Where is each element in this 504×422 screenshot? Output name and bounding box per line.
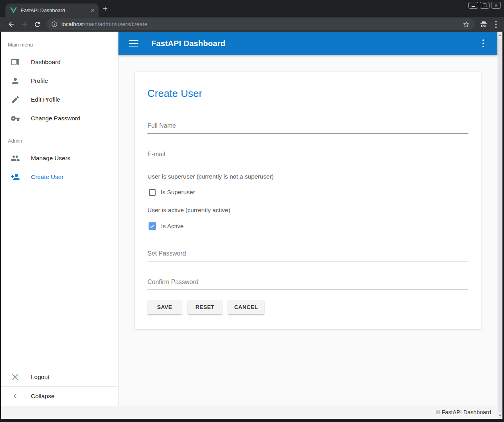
sidebar-item-collapse[interactable]: Collapse: [1, 387, 118, 406]
address-bar[interactable]: localhost/main/admin/users/create: [47, 18, 475, 30]
new-tab-button[interactable]: +: [103, 4, 108, 13]
checkbox-label: Is Active: [161, 223, 184, 230]
sidebar: Main menu Dashboard Profile: [1, 32, 118, 406]
superuser-status-text: User is superuser (currently is not a su…: [147, 173, 468, 180]
back-button[interactable]: [5, 20, 17, 28]
is-superuser-checkbox-row[interactable]: Is Superuser: [147, 189, 468, 196]
browser-tab[interactable]: FastAPI Dashboard ×: [5, 4, 99, 17]
sidebar-item-label: Edit Profile: [31, 96, 60, 103]
reset-button[interactable]: RESET: [188, 300, 222, 314]
sidebar-item-label: Logout: [31, 374, 49, 381]
sidebar-item-manage-users[interactable]: Manage Users: [1, 149, 118, 168]
browser-window: FastAPI Dashboard × + ×: [0, 0, 504, 422]
save-button[interactable]: SAVE: [147, 300, 182, 314]
sidebar-item-label: Collapse: [31, 393, 54, 400]
scrollbar-up-arrow[interactable]: [499, 34, 502, 36]
window-minimize-button[interactable]: [468, 2, 478, 9]
sidebar-item-logout[interactable]: Logout: [1, 368, 118, 386]
tab-title: FastAPI Dashboard: [21, 7, 91, 13]
sidebar-item-dashboard[interactable]: Dashboard: [1, 53, 118, 72]
url-host: localhost: [61, 21, 84, 27]
sidebar-section-main-menu: Main menu: [1, 32, 118, 48]
app-menu-kebab-icon[interactable]: [482, 39, 484, 48]
sidebar-nav-admin: Manage Users Create User: [1, 149, 118, 186]
checkbox-label: Is Superuser: [161, 189, 195, 196]
chevron-left-icon: [11, 392, 20, 401]
group-icon: [11, 154, 20, 163]
sidebar-item-label: Dashboard: [31, 59, 61, 66]
create-user-card: Create User User is superuser (currently…: [135, 72, 481, 329]
app-title: FastAPI Dashboard: [151, 39, 226, 48]
sidebar-item-create-user[interactable]: Create User: [1, 168, 118, 186]
sidebar-item-edit-profile[interactable]: Edit Profile: [1, 90, 118, 109]
active-status-text: User is active (currently active): [147, 207, 468, 214]
sidebar-item-label: Change Password: [31, 115, 81, 122]
copyright-text: © FastAPI Dashboard: [436, 409, 491, 415]
sidebar-item-label: Profile: [31, 77, 48, 84]
toolbar-right: [479, 20, 500, 28]
browser-menu-kebab-icon[interactable]: [495, 20, 497, 28]
browser-toolbar: localhost/main/admin/users/create: [0, 17, 504, 32]
tab-close-icon[interactable]: ×: [91, 7, 95, 14]
sidebar-item-change-password[interactable]: Change Password: [1, 109, 118, 128]
main-area: FastAPI Dashboard Create User User is su…: [118, 32, 497, 406]
browser-titlebar: FastAPI Dashboard × + ×: [0, 0, 504, 17]
window-close-button[interactable]: ×: [491, 2, 501, 9]
app-bar: FastAPI Dashboard: [118, 32, 497, 55]
site-info-icon[interactable]: [51, 21, 57, 27]
scrollbar-thumb[interactable]: [498, 38, 502, 413]
key-icon: [11, 114, 20, 123]
url-path: /main/admin/users/create: [84, 21, 147, 27]
page-viewport: Main menu Dashboard Profile: [1, 32, 502, 419]
sidebar-item-label: Manage Users: [31, 155, 70, 162]
incognito-icon: [479, 20, 488, 28]
sidebar-item-label: Create User: [31, 173, 64, 181]
sidebar-item-profile[interactable]: Profile: [1, 72, 118, 90]
vue-logo-icon: [10, 7, 17, 13]
email-field[interactable]: [147, 149, 468, 162]
is-active-checkbox-row[interactable]: Is Active: [147, 222, 468, 230]
page-content: Create User User is superuser (currently…: [118, 55, 497, 406]
scrollbar[interactable]: [497, 32, 502, 419]
person-icon: [11, 76, 20, 86]
reload-button[interactable]: [31, 21, 43, 28]
set-password-field[interactable]: [147, 249, 468, 261]
sidebar-section-admin: Admin: [1, 128, 118, 144]
scrollbar-down-arrow[interactable]: [499, 415, 502, 417]
is-superuser-checkbox[interactable]: [149, 189, 156, 196]
confirm-password-field[interactable]: [147, 277, 468, 290]
is-active-checkbox[interactable]: [149, 222, 156, 230]
full-name-field[interactable]: [147, 121, 468, 134]
checkmark-icon: [149, 223, 155, 229]
form-actions: SAVE RESET CANCEL: [147, 300, 468, 314]
close-icon: [11, 372, 20, 382]
pencil-icon: [11, 95, 20, 104]
bookmark-star-icon[interactable]: [463, 21, 470, 28]
url-text[interactable]: localhost/main/admin/users/create: [61, 21, 463, 27]
sidebar-nav-main: Dashboard Profile Edit Pro: [1, 53, 118, 128]
forward-button[interactable]: [18, 20, 30, 28]
hamburger-menu-icon[interactable]: [129, 40, 138, 47]
window-maximize-button[interactable]: [480, 2, 490, 9]
window-controls: ×: [468, 2, 501, 9]
page-title: Create User: [147, 88, 468, 100]
cancel-button[interactable]: CANCEL: [228, 300, 264, 314]
person-add-icon: [11, 172, 20, 182]
app-footer: © FastAPI Dashboard: [1, 406, 497, 419]
dashboard-icon: [11, 57, 20, 67]
